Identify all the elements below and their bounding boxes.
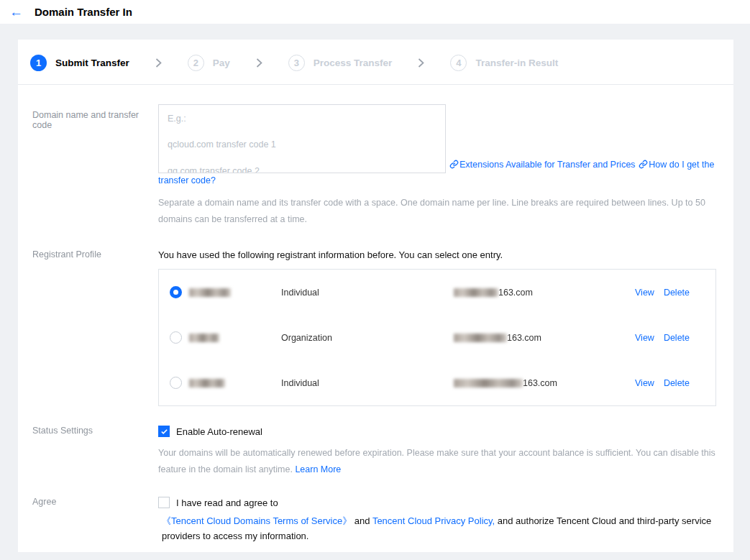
domain-help-text: Separate a domain name and its transfer … xyxy=(158,195,716,227)
auto-renewal-label: Enable Auto-renewal xyxy=(176,426,262,437)
top-bar: ← Domain Transfer In xyxy=(0,0,750,24)
step-transfer-in-result: 4 Transfer-in Result xyxy=(450,55,558,71)
registrant-label: Registrant Profile xyxy=(18,249,158,260)
redacted-email-prefix xyxy=(454,379,523,387)
form-row-domain: Domain name and transfer code Extensions… xyxy=(18,104,733,227)
domain-label: Domain name and transfer code xyxy=(18,104,158,130)
email-suffix: 163.com xyxy=(507,333,541,343)
agree-line1: I have read and agree to xyxy=(176,497,278,508)
view-link[interactable]: View xyxy=(635,288,654,298)
registrant-type: Individual xyxy=(281,288,454,298)
registrant-radio[interactable] xyxy=(170,377,182,389)
registrant-table: Individual 163.com View Delete xyxy=(158,269,716,406)
redacted-email-prefix xyxy=(454,334,507,342)
form-row-status: Status Settings Enable Auto-renewal Your… xyxy=(18,426,733,477)
step-process-transfer: 3 Process Transfer xyxy=(288,55,393,71)
page-title: Domain Transfer In xyxy=(35,6,132,18)
delete-link[interactable]: Delete xyxy=(664,378,690,388)
view-link[interactable]: View xyxy=(635,333,654,343)
agree-detail: 《Tencent Cloud Domains Terms of Service》… xyxy=(162,514,715,544)
redacted-registrant-name xyxy=(189,379,225,387)
auto-renewal-checkbox[interactable] xyxy=(158,426,170,437)
redacted-registrant-name xyxy=(189,334,219,342)
chevron-right-icon xyxy=(256,58,262,68)
registrant-radio[interactable] xyxy=(170,331,182,344)
chevron-right-icon xyxy=(155,58,162,68)
status-label: Status Settings xyxy=(18,426,158,436)
step-number: 2 xyxy=(188,55,204,71)
email-suffix: 163.com xyxy=(523,378,557,388)
link-chain-icon xyxy=(449,161,459,171)
registrant-type: Organization xyxy=(281,333,454,343)
transfer-form: Domain name and transfer code Extensions… xyxy=(18,85,733,560)
agree-and-text: and xyxy=(352,515,372,526)
redacted-registrant-name xyxy=(189,288,231,297)
step-label: Process Transfer xyxy=(314,58,393,68)
step-submit-transfer: 1 Submit Transfer xyxy=(30,55,129,71)
main-panel: 1 Submit Transfer 2 Pay 3 Process Transf… xyxy=(18,40,733,552)
registrant-intro: You have used the following registrant i… xyxy=(158,249,716,260)
step-number: 1 xyxy=(30,55,47,71)
form-row-registrant: Registrant Profile You have used the fol… xyxy=(18,249,733,406)
learn-more-link[interactable]: Learn More xyxy=(295,464,341,474)
registrant-radio-selected[interactable] xyxy=(170,286,182,298)
back-arrow-icon[interactable]: ← xyxy=(9,5,23,19)
step-pay: 2 Pay xyxy=(188,55,230,71)
table-row: Organization 163.com View Delete xyxy=(159,315,715,360)
registrant-type: Individual xyxy=(281,378,454,388)
email-suffix: 163.com xyxy=(498,288,533,298)
agree-checkbox[interactable] xyxy=(158,497,170,508)
step-wizard: 1 Submit Transfer 2 Pay 3 Process Transf… xyxy=(18,40,733,84)
table-row: Individual 163.com View Delete xyxy=(159,270,715,315)
privacy-policy-link[interactable]: Tencent Cloud Privacy Policy, xyxy=(372,515,495,526)
auto-renewal-help: Your domains will be automatically renew… xyxy=(158,445,716,477)
form-row-agree: Agree I have read and agree to 《Tencent … xyxy=(18,497,733,560)
terms-of-service-link[interactable]: 《Tencent Cloud Domains Terms of Service》 xyxy=(162,515,352,526)
agree-label: Agree xyxy=(18,497,158,507)
redacted-email-prefix xyxy=(454,288,498,297)
table-row: Individual 163.com View Delete xyxy=(159,360,715,405)
step-label: Submit Transfer xyxy=(55,58,129,68)
domain-transfer-code-input[interactable] xyxy=(158,104,446,173)
step-number: 4 xyxy=(450,55,467,71)
delete-link[interactable]: Delete xyxy=(664,288,690,298)
auto-renewal-help-text: Your domains will be automatically renew… xyxy=(158,448,715,474)
extensions-prices-link[interactable]: Extensions Available for Transfer and Pr… xyxy=(459,160,635,170)
step-number: 3 xyxy=(288,55,305,71)
step-label: Pay xyxy=(213,58,230,68)
link-chain-icon xyxy=(639,161,648,171)
view-link[interactable]: View xyxy=(635,378,654,388)
delete-link[interactable]: Delete xyxy=(664,333,690,343)
step-label: Transfer-in Result xyxy=(475,58,558,68)
chevron-right-icon xyxy=(418,58,424,68)
